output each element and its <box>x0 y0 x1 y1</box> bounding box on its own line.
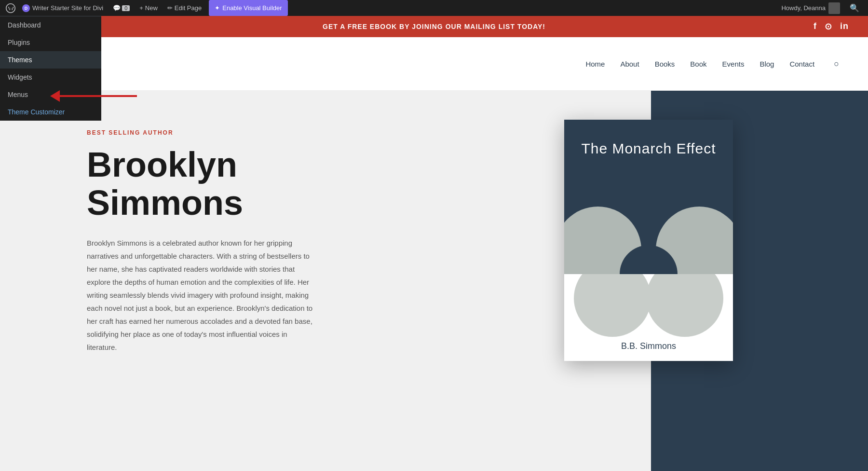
vb-icon: ✦ <box>215 4 220 12</box>
red-arrow <box>51 90 137 102</box>
instagram-icon[interactable]: ⊙ <box>825 21 832 32</box>
divi-favicon: D <box>22 4 30 12</box>
arrow-head <box>50 90 60 102</box>
book-author-name: B.B. Simmons <box>621 341 676 351</box>
bottom-circle-right <box>646 274 723 337</box>
site-nav: Home About Books Book Events Blog Contac… <box>585 59 839 69</box>
admin-bar: D Writer Starter Site for Divi 💬 0 + New… <box>0 0 868 16</box>
author-name: BrooklynSimmons <box>87 146 612 222</box>
site-name[interactable]: D Writer Starter Site for Divi <box>17 0 108 16</box>
nav-contact[interactable]: Contact <box>789 60 814 68</box>
comment-icon: 💬 <box>113 4 121 12</box>
widgets-label: Widgets <box>8 73 32 81</box>
theme-customizer-label: Theme Customizer <box>8 108 65 116</box>
avatar <box>828 2 840 14</box>
bottom-circle-left <box>574 274 651 337</box>
dropdown-item-plugins[interactable]: Plugins <box>0 34 101 51</box>
arrow-line <box>60 95 137 97</box>
dropdown-item-dashboard[interactable]: Dashboard <box>0 16 101 34</box>
plugins-label: Plugins <box>8 39 30 46</box>
new-label: New <box>145 4 158 12</box>
book-bottom: B.B. Simmons <box>564 274 733 361</box>
dropdown-menu: Dashboard Plugins Themes Widgets Menus T… <box>0 16 101 121</box>
content-left: BEST SELLING AUTHOR BrooklynSimmons Broo… <box>0 91 651 471</box>
hero-subtitle: BEST SELLING AUTHOR <box>87 129 612 136</box>
facebook-icon[interactable]: f <box>814 21 817 32</box>
pencil-icon: ✏ <box>167 4 173 12</box>
admin-bar-right: Howdy, Deanna 🔍 <box>776 2 864 14</box>
new-button[interactable]: + New <box>135 0 163 16</box>
nav-search-icon[interactable]: ○ <box>834 59 839 69</box>
site-header: D Home About Books Book Events Blog Cont… <box>0 37 868 91</box>
enable-vb-button[interactable]: ✦ Enable Visual Builder <box>209 0 287 16</box>
book-cover: The Monarch Effect <box>564 120 733 274</box>
banner-text: GET A FREE EBOOK BY JOINING OUR MAILING … <box>323 23 545 30</box>
nav-about[interactable]: About <box>620 60 639 68</box>
howdy-text[interactable]: Howdy, Deanna <box>776 2 845 14</box>
edit-page-button[interactable]: ✏ Edit Page <box>163 0 206 16</box>
dropdown-item-themes[interactable]: Themes <box>0 51 101 69</box>
nav-home[interactable]: Home <box>585 60 605 68</box>
search-icon[interactable]: 🔍 <box>845 3 864 13</box>
dashboard-label: Dashboard <box>8 21 41 29</box>
book-title: The Monarch Effect <box>581 139 716 158</box>
linkedin-icon[interactable]: in <box>840 21 849 32</box>
nav-events[interactable]: Events <box>722 60 745 68</box>
author-bio: Brooklyn Simmons is a celebrated author … <box>87 236 313 354</box>
top-banner: GET A FREE EBOOK BY JOINING OUR MAILING … <box>0 16 868 37</box>
dropdown-item-theme-customizer[interactable]: Theme Customizer <box>0 103 101 121</box>
dropdown-item-widgets[interactable]: Widgets <box>0 69 101 86</box>
nav-blog[interactable]: Blog <box>760 60 774 68</box>
plus-icon: + <box>139 4 143 12</box>
book-decorations <box>564 178 733 274</box>
book-card: The Monarch Effect B.B. Simmons <box>564 120 733 361</box>
nav-books[interactable]: Books <box>655 60 675 68</box>
main-content: BEST SELLING AUTHOR BrooklynSimmons Broo… <box>0 91 868 471</box>
comments-item[interactable]: 💬 0 <box>108 0 135 16</box>
comment-count: 0 <box>122 5 130 11</box>
howdy-label: Howdy, Deanna <box>781 4 826 12</box>
site-name-label: Writer Starter Site for Divi <box>32 4 103 12</box>
themes-label: Themes <box>8 56 32 64</box>
nav-book[interactable]: Book <box>690 60 706 68</box>
banner-social: f ⊙ in <box>814 21 849 32</box>
enable-vb-label: Enable Visual Builder <box>222 4 282 12</box>
menus-label: Menus <box>8 91 28 98</box>
edit-page-label: Edit Page <box>175 4 202 12</box>
content-right: The Monarch Effect B.B. Simmons <box>651 91 868 471</box>
wp-logo[interactable] <box>4 0 17 16</box>
